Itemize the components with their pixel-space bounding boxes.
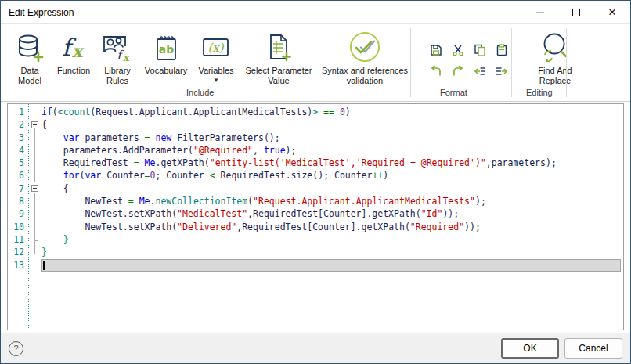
code-text[interactable]: parameters.AddParameter("@Required", tru… (41, 144, 623, 157)
code-line-9[interactable]: 9 NewTest.setXPath("MedicalTest",Require… (8, 207, 623, 220)
code-text[interactable]: { (41, 182, 623, 195)
maximize-icon (572, 9, 580, 16)
fold-minus-icon[interactable] (31, 121, 38, 128)
syntax-validation-button[interactable]: Syntax and references validation (317, 28, 413, 86)
group-label-editing: Editing (526, 88, 553, 97)
cut-button[interactable] (447, 39, 469, 60)
fold-collapse-toggle[interactable] (29, 118, 41, 131)
vocabulary-icon: ab (152, 30, 180, 66)
code-text[interactable] (41, 259, 621, 272)
svg-text:x: x (123, 52, 131, 63)
text-caret (43, 261, 45, 271)
code-line-2[interactable]: 2{ (8, 118, 623, 131)
code-text[interactable]: } (41, 233, 623, 246)
line-number: 2 (8, 118, 29, 131)
code-text[interactable]: { (41, 118, 623, 131)
decrease-indent-icon (474, 65, 486, 77)
code-line-4[interactable]: 4 parameters.AddParameter("@Required", t… (8, 144, 623, 157)
help-button[interactable]: ? (9, 341, 23, 356)
save-button[interactable] (425, 39, 447, 60)
copy-icon (474, 44, 486, 56)
variables-label: Variables (198, 66, 233, 76)
code-line-8[interactable]: 8 NewTest = Me.newCollectionItem("Reques… (8, 195, 623, 207)
data-model-button[interactable]: Data Model (7, 28, 52, 86)
find-and-replace-label: Find And Replace (538, 66, 572, 86)
code-line-1[interactable]: 1if(<count(Request.Applicant.ApplicantMe… (8, 106, 623, 118)
save-icon (430, 44, 442, 56)
svg-text:(x): (x) (207, 41, 224, 55)
code-text[interactable]: NewTest.setXPath("Delivered",RequiredTes… (41, 221, 623, 233)
undo-icon (430, 65, 442, 77)
cancel-button[interactable]: Cancel (564, 338, 622, 359)
increase-indent-icon (496, 65, 508, 77)
vocabulary-label: Vocabulary (145, 66, 187, 76)
data-model-label: Data Model (18, 66, 41, 86)
fold-margin (29, 132, 41, 144)
close-button[interactable]: × (594, 1, 630, 23)
expression-code-editor[interactable]: 1if(<count(Request.Applicant.ApplicantMe… (7, 103, 624, 330)
code-line-7[interactable]: 7 { (8, 182, 623, 195)
code-text[interactable]: for(var Counter=0; Counter < RequiredTes… (41, 169, 623, 182)
fold-margin (29, 233, 41, 246)
group-label-include: Include (186, 88, 214, 97)
data-model-icon (16, 30, 44, 66)
library-rules-label: Library Rules (104, 66, 131, 86)
code-lines[interactable]: 1if(<count(Request.Applicant.ApplicantMe… (8, 106, 623, 272)
select-parameter-value-icon (264, 30, 294, 66)
code-text[interactable]: NewTest = Me.newCollectionItem("Request.… (41, 195, 623, 207)
fold-margin (29, 207, 41, 220)
line-number: 12 (8, 246, 29, 258)
fold-minus-icon[interactable] (31, 185, 38, 192)
code-text[interactable]: NewTest.setXPath("MedicalTest",RequiredT… (41, 207, 623, 220)
format-tools-group (425, 39, 513, 81)
find-and-replace-icon (538, 30, 572, 66)
fold-margin (29, 157, 41, 169)
function-label: Function (57, 66, 90, 76)
maximize-button[interactable] (558, 1, 594, 23)
code-line-6[interactable]: 6 for(var Counter=0; Counter < RequiredT… (8, 169, 623, 182)
dialog-title: Edit Expression (1, 7, 74, 18)
fold-collapse-toggle[interactable] (29, 182, 41, 195)
redo-button[interactable] (447, 60, 469, 81)
code-text[interactable]: if(<count(Request.Applicant.ApplicantMed… (41, 106, 623, 118)
close-icon: × (608, 9, 616, 16)
line-number: 1 (8, 106, 29, 118)
library-rules-button[interactable]: f x Library Rules (95, 28, 140, 86)
fold-margin (29, 169, 41, 182)
paste-icon (496, 44, 508, 56)
find-and-replace-button[interactable]: Find And Replace (530, 28, 580, 86)
function-fx-icon: f x (58, 30, 89, 66)
paste-button[interactable] (491, 39, 513, 60)
syntax-validation-icon (348, 30, 382, 66)
increase-indent-button[interactable] (491, 60, 513, 81)
function-button[interactable]: f x Function (52, 28, 95, 76)
code-line-13[interactable]: 13 (8, 259, 623, 272)
ribbon-separator (566, 28, 567, 97)
variables-button[interactable]: (x) Variables ▼ (192, 28, 240, 84)
ok-button[interactable]: OK (501, 338, 559, 359)
line-number: 9 (8, 207, 29, 220)
code-text[interactable]: var parameters = new FilterParameters(); (41, 132, 623, 144)
fold-margin (29, 106, 41, 118)
code-line-12[interactable]: 12} (8, 246, 623, 258)
code-line-10[interactable]: 10 NewTest.setXPath("Delivered",Required… (8, 221, 623, 233)
ribbon-separator (511, 28, 512, 97)
minimize-button (522, 1, 558, 23)
select-parameter-value-button[interactable]: Select Parameter Value (240, 28, 317, 86)
code-text[interactable]: RequiredTest = Me.getXPath("entity-list(… (41, 157, 623, 169)
decrease-indent-button[interactable] (469, 60, 491, 81)
titlebar: Edit Expression × (1, 1, 630, 23)
code-line-5[interactable]: 5 RequiredTest = Me.getXPath("entity-lis… (8, 157, 623, 169)
code-line-3[interactable]: 3 var parameters = new FilterParameters(… (8, 132, 623, 144)
line-number: 8 (8, 195, 29, 207)
undo-button[interactable] (425, 60, 447, 81)
edit-expression-dialog: Edit Expression × (0, 0, 631, 364)
fold-margin (29, 195, 41, 207)
redo-icon (452, 65, 464, 77)
code-text[interactable]: } (41, 246, 623, 258)
chevron-down-icon: ▼ (213, 77, 219, 84)
code-line-11[interactable]: 11 } (8, 233, 623, 246)
copy-button[interactable] (469, 39, 491, 60)
vocabulary-button[interactable]: ab Vocabulary (140, 28, 192, 76)
line-number: 6 (8, 169, 29, 182)
